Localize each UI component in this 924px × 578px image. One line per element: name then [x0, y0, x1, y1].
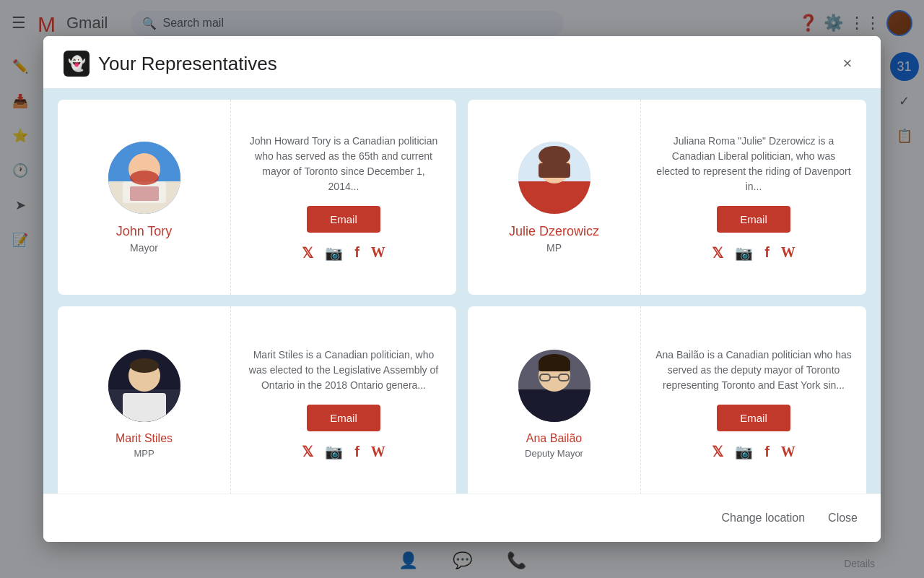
avatar-marit-stiles: [108, 350, 180, 422]
instagram-icon-marit-stiles[interactable]: 📷: [325, 443, 343, 460]
social-icons-john-tory: 𝕏 📷 f W: [302, 244, 385, 262]
card-right-marit-stiles: Marit Stiles is a Canadian politician, w…: [231, 306, 456, 493]
cards-grid: John Tory Mayor John Howard Tory is a Ca…: [58, 100, 866, 493]
card-left-marit-stiles: Marit Stiles MPP: [58, 306, 231, 493]
twitter-icon-julie-dzerowicz[interactable]: 𝕏: [712, 244, 723, 262]
rep-name-julie-dzerowicz: Julie Dzerowicz: [509, 224, 599, 239]
rep-name-ana-bailao: Ana Bailão: [526, 432, 582, 445]
rep-card-julie-dzerowicz: Julie Dzerowicz MP Juliana Roma "Julie" …: [468, 100, 866, 295]
email-button-marit-stiles[interactable]: Email: [307, 405, 380, 431]
twitter-icon-john-tory[interactable]: 𝕏: [302, 244, 313, 262]
social-icons-marit-stiles: 𝕏 📷 f W: [302, 443, 385, 460]
modal-title: Your Representatives: [98, 53, 277, 75]
rep-card-john-tory: John Tory Mayor John Howard Tory is a Ca…: [58, 100, 456, 295]
svg-point-15: [130, 358, 159, 373]
instagram-icon-julie-dzerowicz[interactable]: 📷: [735, 244, 753, 262]
rep-name-marit-stiles: Marit Stiles: [116, 432, 173, 445]
social-icons-ana-bailao: 𝕏 📷 f W: [712, 443, 796, 460]
wikipedia-icon-john-tory[interactable]: W: [371, 244, 385, 261]
card-right-julie-dzerowicz: Juliana Roma "Julie" Dzerowicz is a Cana…: [641, 100, 866, 295]
modal-close-button[interactable]: ×: [834, 51, 860, 77]
facebook-icon-marit-stiles[interactable]: f: [354, 444, 359, 460]
modal-footer-close-button[interactable]: Close: [825, 506, 860, 530]
email-button-julie-dzerowicz[interactable]: Email: [717, 206, 790, 233]
avatar-julie-dzerowicz: [518, 142, 590, 214]
instagram-icon-ana-bailao[interactable]: 📷: [735, 443, 753, 460]
modal-footer: Change location Close: [43, 493, 881, 542]
card-right-ana-bailao: Ana Bailão is a Canadian politician who …: [641, 306, 866, 493]
modal-title-row: 👻 Your Representatives: [64, 51, 277, 77]
svg-rect-5: [130, 186, 159, 201]
rep-bio-marit-stiles: Marit Stiles is a Canadian politician, w…: [245, 348, 442, 393]
rep-bio-julie-dzerowicz: Juliana Roma "Julie" Dzerowicz is a Cana…: [655, 134, 852, 194]
facebook-icon-ana-bailao[interactable]: f: [764, 444, 770, 460]
instagram-icon-john-tory[interactable]: 📷: [325, 244, 343, 262]
representatives-modal: 👻 Your Representatives ×: [43, 36, 881, 542]
svg-rect-8: [518, 181, 590, 214]
modal-header: 👻 Your Representatives ×: [43, 36, 881, 88]
rep-role-john-tory: Mayor: [130, 242, 158, 254]
twitter-icon-marit-stiles[interactable]: 𝕏: [302, 443, 313, 460]
twitter-icon-ana-bailao[interactable]: 𝕏: [712, 443, 723, 460]
rep-role-ana-bailao: Deputy Mayor: [525, 448, 583, 459]
change-location-button[interactable]: Change location: [718, 506, 808, 530]
card-left-julie-dzerowicz: Julie Dzerowicz MP: [468, 100, 641, 295]
rep-card-ana-bailao: Ana Bailão Deputy Mayor Ana Bailão is a …: [468, 306, 866, 493]
svg-rect-18: [518, 389, 590, 422]
rep-bio-john-tory: John Howard Tory is a Canadian politicia…: [245, 134, 442, 194]
details-text[interactable]: Details: [844, 558, 875, 569]
rep-bio-ana-bailao: Ana Bailão is a Canadian politician who …: [655, 348, 852, 393]
rep-role-marit-stiles: MPP: [134, 448, 154, 459]
rep-role-julie-dzerowicz: MP: [546, 242, 562, 254]
wikipedia-icon-julie-dzerowicz[interactable]: W: [781, 244, 796, 261]
card-right-john-tory: John Howard Tory is a Canadian politicia…: [231, 100, 456, 295]
svg-point-6: [130, 171, 159, 185]
svg-rect-11: [539, 163, 570, 178]
rep-card-marit-stiles: Marit Stiles MPP Marit Stiles is a Canad…: [58, 306, 456, 493]
card-left-ana-bailao: Ana Bailão Deputy Mayor: [468, 306, 641, 493]
facebook-icon-john-tory[interactable]: f: [354, 244, 359, 261]
ghost-icon: 👻: [64, 51, 90, 77]
rep-name-john-tory: John Tory: [116, 224, 173, 239]
email-button-john-tory[interactable]: Email: [307, 206, 380, 233]
card-left-john-tory: John Tory Mayor: [58, 100, 231, 295]
modal-content[interactable]: John Tory Mayor John Howard Tory is a Ca…: [43, 88, 881, 493]
wikipedia-icon-ana-bailao[interactable]: W: [781, 444, 796, 460]
social-icons-julie-dzerowicz: 𝕏 📷 f W: [712, 244, 796, 262]
facebook-icon-julie-dzerowicz[interactable]: f: [764, 244, 770, 261]
email-button-ana-bailao[interactable]: Email: [717, 405, 790, 431]
avatar-ana-bailao: [518, 350, 590, 422]
svg-rect-24: [539, 360, 570, 371]
svg-rect-16: [123, 393, 166, 422]
wikipedia-icon-marit-stiles[interactable]: W: [371, 444, 385, 460]
svg-point-10: [539, 146, 570, 166]
avatar-john-tory: [108, 142, 180, 214]
